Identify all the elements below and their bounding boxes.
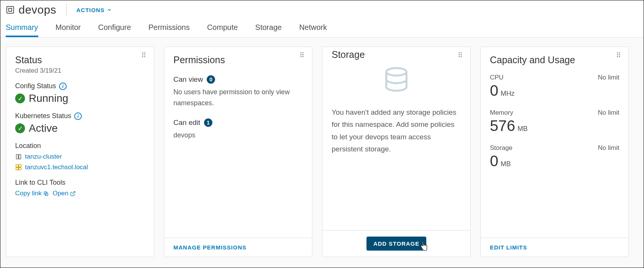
capacity-footer: EDIT LIMITS (481, 238, 628, 257)
location-vcenter-link[interactable]: tanzuvc1.techsol.local (15, 164, 145, 171)
svg-rect-5 (19, 165, 21, 167)
can-edit-count-badge: 1 (204, 118, 212, 127)
svg-rect-4 (16, 165, 18, 167)
can-view-count-badge: 0 (207, 75, 215, 84)
permissions-footer: MANAGE PERMISSIONS (164, 238, 312, 257)
drag-handle-icon[interactable]: ⠿ (616, 54, 622, 57)
config-status-value: ✓ Running (15, 92, 145, 104)
can-view-desc: No users have permission to only view na… (173, 87, 303, 109)
capacity-title: Capacity and Usage (490, 55, 619, 65)
status-title: Status (15, 55, 145, 65)
storage-desc: You haven't added any storage policies f… (332, 106, 461, 155)
storage-title: Storage (332, 49, 461, 60)
permissions-title: Permissions (173, 55, 303, 65)
can-view-row: Can view 0 (173, 75, 303, 84)
actions-dropdown[interactable]: ACTIONS (76, 7, 112, 13)
drag-handle-icon[interactable]: ⠿ (141, 54, 147, 57)
memory-unit: MB (518, 125, 528, 133)
copy-link[interactable]: Copy link (15, 190, 49, 197)
location-cluster-link[interactable]: tanzu-cluster (15, 153, 145, 160)
tab-summary[interactable]: Summary (6, 23, 38, 37)
storage-unit: MB (501, 160, 511, 168)
tab-bar: Summary Monitor Configure Permissions Co… (0, 18, 644, 37)
copy-icon (43, 191, 49, 196)
storage-card: ⠿ Storage You haven't added any storage … (322, 47, 471, 257)
cpu-value: 0 (490, 82, 498, 99)
status-created: Created 3/19/21 (15, 67, 145, 75)
cpu-row: CPU No limit 0 MHz (490, 74, 619, 99)
svg-rect-3 (19, 154, 21, 159)
cpu-unit: MHz (501, 90, 515, 98)
vcenter-icon (15, 164, 22, 171)
cli-label: Link to CLI Tools (15, 179, 145, 187)
page-header: devops ACTIONS (0, 0, 644, 18)
check-icon: ✓ (15, 123, 25, 133)
cursor-pointer-icon (419, 240, 429, 254)
edit-limits-button[interactable]: EDIT LIMITS (490, 244, 527, 251)
permissions-card: ⠿ Permissions Can view 0 No users have p… (164, 47, 312, 257)
memory-row: Memory No limit 576 MB (490, 109, 619, 134)
info-icon[interactable]: i (59, 83, 67, 90)
can-edit-row: Can edit 1 (173, 118, 303, 127)
svg-rect-0 (7, 6, 14, 13)
location-label: Location (15, 142, 145, 150)
svg-point-11 (386, 68, 406, 76)
tab-configure[interactable]: Configure (98, 23, 131, 37)
drag-handle-icon[interactable]: ⠿ (458, 54, 463, 57)
tab-network[interactable]: Network (299, 23, 327, 37)
actions-label: ACTIONS (76, 7, 105, 13)
svg-rect-7 (19, 168, 21, 170)
can-edit-user: devops (173, 130, 303, 141)
manage-permissions-button[interactable]: MANAGE PERMISSIONS (173, 244, 246, 251)
svg-rect-2 (16, 154, 18, 159)
memory-label: Memory (490, 109, 513, 117)
page-title: devops (19, 3, 56, 16)
storage-stack-icon (379, 65, 413, 96)
capacity-card: ⠿ Capacity and Usage CPU No limit 0 MHz … (480, 47, 629, 257)
cli-links: Copy link Open (15, 190, 145, 197)
add-storage-button[interactable]: ADD STORAGE (366, 237, 426, 251)
storage-limit: No limit (598, 144, 619, 152)
storage-footer: ADD STORAGE (323, 230, 470, 257)
k8s-status-label: Kubernetes Status i (15, 112, 145, 120)
card-grid: ⠿ Status Created 3/19/21 Config Status i… (0, 37, 644, 266)
tab-permissions[interactable]: Permissions (148, 23, 190, 37)
namespace-icon (6, 5, 15, 14)
config-status-label: Config Status i (15, 82, 145, 90)
open-link[interactable]: Open (53, 190, 76, 197)
svg-rect-1 (9, 8, 12, 11)
cluster-icon (15, 153, 22, 160)
storage-row: Storage No limit 0 MB (490, 144, 619, 170)
drag-handle-icon[interactable]: ⠿ (299, 54, 305, 57)
svg-rect-6 (16, 168, 18, 170)
chevron-down-icon (107, 7, 112, 12)
divider (66, 3, 67, 16)
external-link-icon (70, 191, 76, 196)
storage-label: Storage (490, 144, 513, 152)
tab-compute[interactable]: Compute (207, 23, 238, 37)
info-icon[interactable]: i (74, 112, 82, 120)
tab-storage[interactable]: Storage (255, 23, 282, 37)
memory-value: 576 (490, 117, 515, 134)
tab-monitor[interactable]: Monitor (56, 23, 81, 37)
k8s-status-value: ✓ Active (15, 122, 145, 134)
svg-line-10 (72, 191, 75, 194)
cpu-limit: No limit (598, 74, 619, 81)
cpu-label: CPU (490, 74, 504, 81)
status-card: ⠿ Status Created 3/19/21 Config Status i… (6, 47, 154, 257)
check-icon: ✓ (15, 93, 25, 103)
storage-value: 0 (490, 153, 498, 170)
memory-limit: No limit (598, 109, 619, 117)
